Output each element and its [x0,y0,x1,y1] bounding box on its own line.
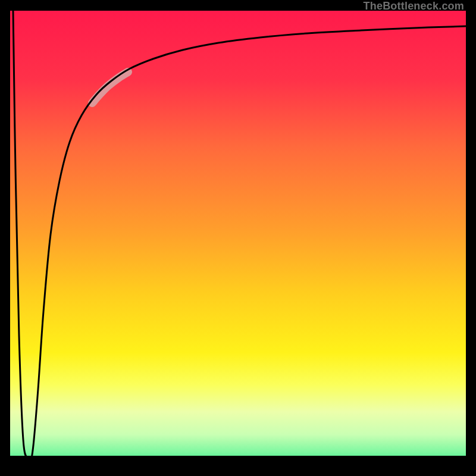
curve-layer [10,11,466,466]
plot-area [10,11,466,466]
chart-frame: TheBottleneck.com [0,0,476,476]
main-curve [13,11,466,461]
watermark-text: TheBottleneck.com [364,0,464,12]
highlight-segment [92,72,128,103]
